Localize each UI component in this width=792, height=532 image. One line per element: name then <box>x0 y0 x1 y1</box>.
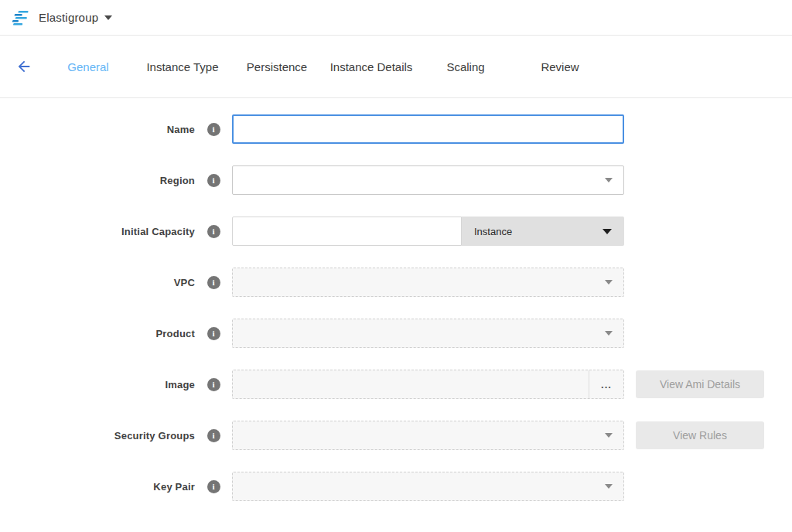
vpc-info-icon[interactable]: i <box>207 276 220 289</box>
app-switcher-caret-icon[interactable] <box>104 15 112 20</box>
back-arrow-icon <box>15 58 32 75</box>
product-info-icon[interactable]: i <box>207 327 220 340</box>
capacity-unit-value: Instance <box>474 226 512 237</box>
back-button[interactable] <box>14 56 34 77</box>
wizard-tab-bar: General Instance Type Persistence Instan… <box>0 36 792 98</box>
vpc-label: VPC <box>0 277 195 288</box>
vpc-select <box>232 268 624 297</box>
name-label: Name <box>0 124 195 135</box>
key-pair-label: Key Pair <box>0 481 195 493</box>
image-info-icon[interactable]: i <box>207 378 220 391</box>
security-groups-row: Security Groups i View Rules <box>0 421 792 450</box>
general-settings-form: Name i Region i Initial Capacity i Insta… <box>0 98 792 501</box>
top-app-bar: Elastigroup <box>0 0 792 36</box>
key-pair-select <box>232 472 624 501</box>
chevron-down-icon <box>605 484 613 489</box>
tab-instance-type[interactable]: Instance Type <box>135 60 230 73</box>
key-pair-info-icon[interactable]: i <box>207 480 220 493</box>
initial-capacity-input[interactable] <box>232 217 462 246</box>
region-select[interactable] <box>232 165 624 195</box>
tab-persistence[interactable]: Persistence <box>230 60 324 73</box>
security-groups-info-icon[interactable]: i <box>207 429 220 442</box>
region-info-icon[interactable]: i <box>207 174 220 187</box>
region-row: Region i <box>0 165 792 195</box>
tab-instance-details[interactable]: Instance Details <box>324 60 418 73</box>
initial-capacity-label: Initial Capacity <box>0 226 195 237</box>
image-field: ... <box>232 370 624 399</box>
key-pair-row: Key Pair i <box>0 472 792 501</box>
initial-capacity-row: Initial Capacity i Instance <box>0 217 792 246</box>
app-switcher-label[interactable]: Elastigroup <box>39 11 98 24</box>
view-ami-details-button[interactable]: View Ami Details <box>636 370 764 398</box>
elastigroup-logo-icon <box>12 10 30 26</box>
chevron-down-icon <box>603 229 612 234</box>
security-groups-label: Security Groups <box>0 430 195 442</box>
tab-general[interactable]: General <box>41 60 135 73</box>
vpc-row: VPC i <box>0 268 792 297</box>
product-select <box>232 319 624 348</box>
chevron-down-icon <box>605 178 613 182</box>
image-browse-button[interactable]: ... <box>589 370 623 398</box>
chevron-down-icon <box>605 331 613 336</box>
name-input[interactable] <box>232 114 624 144</box>
image-row: Image i ... View Ami Details <box>0 370 792 399</box>
initial-capacity-info-icon[interactable]: i <box>207 225 220 238</box>
chevron-down-icon <box>605 280 613 285</box>
product-row: Product i <box>0 319 792 348</box>
security-groups-select <box>232 421 624 450</box>
tab-review[interactable]: Review <box>513 60 607 73</box>
name-info-icon[interactable]: i <box>207 123 220 136</box>
tab-list: General Instance Type Persistence Instan… <box>41 60 607 73</box>
view-rules-button[interactable]: View Rules <box>636 421 764 449</box>
tab-scaling[interactable]: Scaling <box>418 60 513 73</box>
image-label: Image <box>0 379 195 390</box>
region-label: Region <box>0 175 195 186</box>
chevron-down-icon <box>605 433 613 438</box>
name-row: Name i <box>0 114 792 144</box>
product-label: Product <box>0 328 195 339</box>
capacity-unit-select[interactable]: Instance <box>462 217 624 246</box>
image-value <box>233 370 589 398</box>
